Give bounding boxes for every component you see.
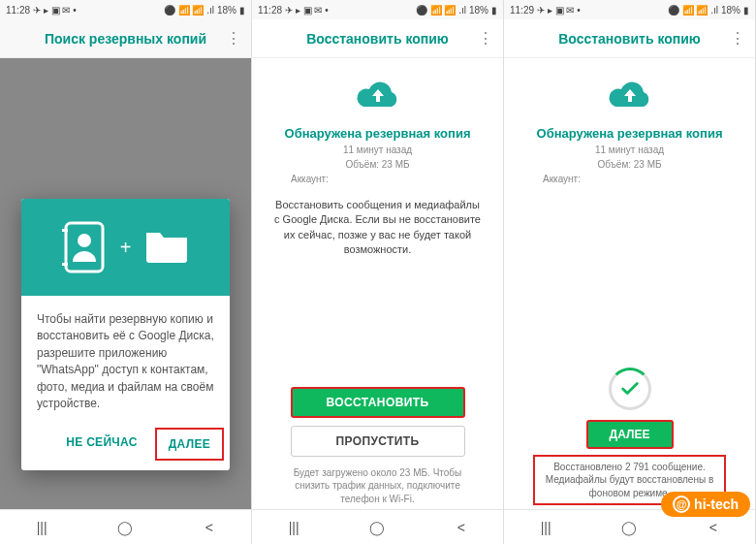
not-now-button[interactable]: НЕ СЕЙЧАС	[54, 428, 148, 461]
backup-size: Объём: 23 МБ	[345, 159, 409, 170]
folder-icon	[144, 227, 189, 268]
dialog-illustration: +	[21, 199, 230, 296]
permission-dialog: + Чтобы найти резервную копию и восстано…	[21, 199, 230, 470]
phone-screen-2: 11:28 ✈ ▸ ▣ ✉ • ⚫ 📶 📶 .ıl 18% ▮ Восстано…	[252, 0, 504, 544]
nav-back-button[interactable]: <	[196, 520, 223, 535]
progress-check-icon	[609, 368, 651, 410]
status-time: 11:28	[258, 5, 282, 16]
status-time: 11:29	[510, 5, 534, 16]
phone-screen-1: 11:28 ✈ ▸ ▣ ✉ • ⚫ 📶 📶 .ıl 18% ▮ Поиск ре…	[0, 0, 252, 544]
dialog-message: Чтобы найти резервную копию и восстанови…	[21, 296, 230, 422]
next-button[interactable]: ДАЛЕЕ	[155, 428, 224, 461]
battery-icon: ▮	[491, 5, 497, 16]
skip-button[interactable]: ПРОПУСТИТЬ	[291, 426, 465, 457]
cloud-upload-icon	[607, 78, 653, 112]
backup-size: Объём: 23 МБ	[597, 159, 661, 170]
status-app-icons: ✈ ▸ ▣ ✉ •	[285, 5, 329, 16]
status-battery: 18%	[721, 5, 740, 16]
nav-home-button[interactable]: ◯	[111, 520, 139, 535]
phone-screen-3: 11:29 ✈ ▸ ▣ ✉ • ⚫ 📶 📶 .ıl 18% ▮ Восстано…	[504, 0, 756, 544]
android-nav-bar: ||| ◯ <	[252, 509, 503, 544]
status-signal-icons: ⚫ 📶 📶 .ıl	[164, 5, 214, 16]
svg-rect-3	[62, 263, 68, 266]
next-button[interactable]: ДАЛЕЕ	[586, 420, 674, 449]
nav-recent-button[interactable]: |||	[28, 520, 55, 535]
app-title: Восстановить копию	[306, 31, 449, 47]
more-menu-icon[interactable]: ⋮	[730, 31, 745, 47]
backup-account-label: Аккаунт:	[543, 174, 581, 184]
bottom-actions: ДАЛЕЕ Восстановлено 2 791 сообщение. Мед…	[523, 368, 736, 510]
nav-home-button[interactable]: ◯	[363, 520, 391, 535]
svg-point-1	[78, 234, 91, 247]
at-icon: @	[673, 496, 690, 513]
nav-back-button[interactable]: <	[448, 520, 475, 535]
status-signal-icons: ⚫ 📶 📶 .ıl	[668, 5, 718, 16]
backup-age: 11 минут назад	[595, 144, 664, 155]
hitech-watermark: @ hi-tech	[661, 492, 750, 517]
data-usage-footnote: Будет загружено около 23 МБ. Чтобы снизи…	[281, 466, 474, 506]
app-bar: Восстановить копию ⋮	[504, 19, 755, 58]
plus-icon: +	[120, 237, 132, 259]
backup-account-label: Аккаунт:	[291, 174, 329, 184]
battery-icon: ▮	[239, 5, 245, 16]
status-signal-icons: ⚫ 📶 📶 .ıl	[416, 5, 466, 16]
watermark-text: hi-tech	[694, 496, 739, 512]
more-menu-icon[interactable]: ⋮	[226, 31, 241, 47]
status-bar: 11:28 ✈ ▸ ▣ ✉ • ⚫ 📶 📶 .ıl 18% ▮	[252, 0, 503, 19]
status-app-icons: ✈ ▸ ▣ ✉ •	[537, 5, 581, 16]
status-app-icons: ✈ ▸ ▣ ✉ •	[33, 5, 77, 16]
content-area: Обнаружена резервная копия 11 минут наза…	[504, 58, 755, 509]
nav-back-button[interactable]: <	[700, 520, 727, 535]
status-time: 11:28	[6, 5, 30, 16]
restore-button[interactable]: ВОССТАНОВИТЬ	[291, 387, 465, 418]
app-title: Поиск резервных копий	[45, 31, 206, 47]
contact-card-icon	[62, 221, 107, 273]
bottom-actions: ВОССТАНОВИТЬ ПРОПУСТИТЬ Будет загружено …	[271, 383, 484, 510]
backup-found-title: Обнаружена резервная копия	[285, 126, 471, 141]
android-nav-bar: ||| ◯ <	[0, 509, 251, 544]
dialog-actions: НЕ СЕЙЧАС ДАЛЕЕ	[21, 422, 230, 470]
nav-recent-button[interactable]: |||	[280, 520, 307, 535]
status-battery: 18%	[469, 5, 488, 16]
dimmed-background: + Чтобы найти резервную копию и восстано…	[0, 58, 251, 509]
backup-age: 11 минут назад	[343, 144, 412, 155]
status-battery: 18%	[217, 5, 236, 16]
status-bar: 11:29 ✈ ▸ ▣ ✉ • ⚫ 📶 📶 .ıl 18% ▮	[504, 0, 755, 19]
svg-rect-2	[62, 229, 68, 232]
restore-description: Восстановить сообщения и медиафайлы с Go…	[271, 198, 484, 258]
app-bar: Поиск резервных копий ⋮	[0, 19, 251, 58]
cloud-upload-icon	[355, 78, 401, 112]
battery-icon: ▮	[743, 5, 749, 16]
backup-found-title: Обнаружена резервная копия	[537, 126, 723, 141]
app-title: Восстановить копию	[558, 31, 701, 47]
nav-home-button[interactable]: ◯	[615, 520, 643, 535]
more-menu-icon[interactable]: ⋮	[478, 31, 493, 47]
nav-recent-button[interactable]: |||	[532, 520, 559, 535]
content-area: Обнаружена резервная копия 11 минут наза…	[252, 58, 503, 509]
status-bar: 11:28 ✈ ▸ ▣ ✉ • ⚫ 📶 📶 .ıl 18% ▮	[0, 0, 251, 19]
app-bar: Восстановить копию ⋮	[252, 19, 503, 58]
